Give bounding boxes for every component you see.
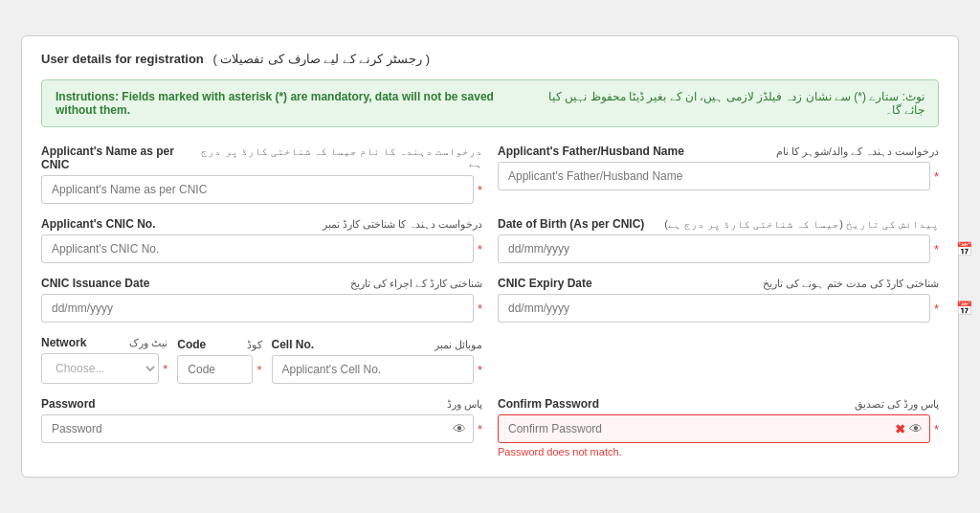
group-password: Password پاس ورڈ 👁 *	[41, 397, 482, 457]
father-husband-input[interactable]	[498, 162, 930, 190]
applicant-name-label-ur: درخواست دہندہ کا نام جیسا کہ شناختی کارڈ…	[198, 145, 482, 168]
close-icon-confirm[interactable]: ✖	[895, 422, 905, 436]
father-husband-required: *	[934, 169, 939, 184]
network-code-cell-group: Network نیٹ ورک Choose... * Code کوڈ	[41, 336, 482, 384]
applicant-name-required: *	[478, 183, 482, 197]
notice-text-urdu: نوٹ: ستارے (*) سے نشان زدہ فیلڈز لازمی ہ…	[535, 90, 924, 117]
password-label-ur: پاس ورڈ	[447, 398, 482, 411]
cnic-expiry-label: CNIC Expiry Date	[498, 277, 592, 290]
group-applicant-name: Applicant's Name as per CNIC درخواست دہن…	[41, 145, 482, 204]
cnic-expiry-required: *	[934, 301, 939, 316]
cnic-issue-input[interactable]	[41, 294, 474, 323]
row-cnic-dob: Applicant's CNIC No. درخواست دہندہ کا شن…	[41, 217, 939, 263]
row-cnic-dates: CNIC Issuance Date شناختی کارڈ کے اجراء …	[41, 277, 939, 323]
group-code: Code کوڈ *	[177, 338, 261, 384]
password-input[interactable]	[41, 414, 474, 443]
network-select[interactable]: Choose...	[41, 353, 159, 384]
eye-icon-confirm[interactable]: 👁	[909, 421, 923, 436]
cnic-no-required: *	[478, 242, 482, 256]
group-cnic-no: Applicant's CNIC No. درخواست دہندہ کا شن…	[41, 217, 482, 263]
cell-label: Cell No.	[272, 338, 315, 351]
group-cnic-issue: CNIC Issuance Date شناختی کارڈ کے اجراء …	[41, 277, 482, 323]
dob-required: *	[934, 242, 939, 256]
group-cnic-expiry: CNIC Expiry Date شناختی کارڈ کی مدت ختم …	[498, 277, 939, 323]
cnic-no-label-ur: درخواست دہندہ کا شناختی کارڈ نمبر	[323, 218, 482, 231]
cnic-expiry-label-ur: شناختی کارڈ کی مدت ختم ہونے کی تاریخ	[763, 278, 939, 290]
password-error-message: Password does not match.	[498, 446, 939, 457]
row-name: Applicant's Name as per CNIC درخواست دہن…	[41, 145, 939, 204]
confirm-password-label: Confirm Password	[498, 397, 599, 411]
group-father-husband: Applicant's Father/Husband Name درخواست …	[498, 145, 939, 204]
calendar-icon-expiry: 📅	[956, 301, 972, 316]
code-label-ur: کوڈ	[247, 339, 262, 351]
section-title: User details for registration ( رجسٹر کر…	[41, 52, 939, 66]
applicant-name-input[interactable]	[41, 175, 474, 204]
cell-required: *	[478, 363, 482, 377]
eye-icon-password[interactable]: 👁	[453, 421, 466, 436]
notice-text-english: Instrutions: Fields marked with asterisk…	[56, 90, 535, 117]
password-label: Password	[41, 397, 96, 411]
cell-input[interactable]	[272, 355, 474, 384]
registration-form: User details for registration ( رجسٹر کر…	[21, 35, 959, 478]
father-husband-label-ur: درخواست دہندہ کے والد/شوہر کا نام	[776, 145, 939, 158]
confirm-password-label-ur: پاس ورڈ کی تصدیق	[855, 398, 939, 411]
notice-box: Instrutions: Fields marked with asterisk…	[41, 79, 939, 127]
confirm-password-input[interactable]	[498, 414, 930, 443]
group-confirm-password: Confirm Password پاس ورڈ کی تصدیق ✖ 👁 * …	[498, 397, 939, 457]
confirm-password-required: *	[934, 422, 939, 436]
code-label: Code	[177, 338, 206, 351]
network-label-ur: نیٹ ورک	[129, 337, 167, 349]
row-network: Network نیٹ ورک Choose... * Code کوڈ	[41, 336, 939, 384]
cnic-no-input[interactable]	[41, 234, 474, 263]
applicant-name-label: Applicant's Name as per CNIC	[41, 145, 198, 171]
code-input[interactable]	[177, 355, 253, 384]
network-label: Network	[41, 336, 86, 349]
cnic-issue-required: *	[478, 301, 482, 316]
dob-label: Date of Birth (As per CNIC)	[498, 217, 644, 231]
group-dob: Date of Birth (As per CNIC) پیدائش کی تا…	[498, 217, 939, 263]
code-required: *	[256, 363, 261, 377]
network-required: *	[163, 362, 167, 376]
cnic-issue-label: CNIC Issuance Date	[41, 277, 149, 290]
group-network: Network نیٹ ورک Choose... *	[41, 336, 167, 384]
password-required: *	[478, 422, 482, 436]
row-password: Password پاس ورڈ 👁 * Confirm Password پا…	[41, 397, 939, 457]
cnic-issue-label-ur: شناختی کارڈ کے اجراء کی تاریخ	[350, 278, 482, 290]
dob-label-ur: پیدائش کی تاریخ (جیسا کہ شناختی کارڈ پر …	[664, 218, 939, 230]
cnic-no-label: Applicant's CNIC No.	[41, 217, 156, 231]
calendar-icon: 📅	[956, 241, 972, 256]
cell-label-ur: موبائل نمبر	[434, 339, 482, 351]
dob-input[interactable]	[498, 234, 930, 263]
group-cell: Cell No. موبائل نمبر *	[272, 338, 483, 384]
father-husband-label: Applicant's Father/Husband Name	[498, 145, 684, 158]
cnic-expiry-input[interactable]	[498, 294, 930, 323]
